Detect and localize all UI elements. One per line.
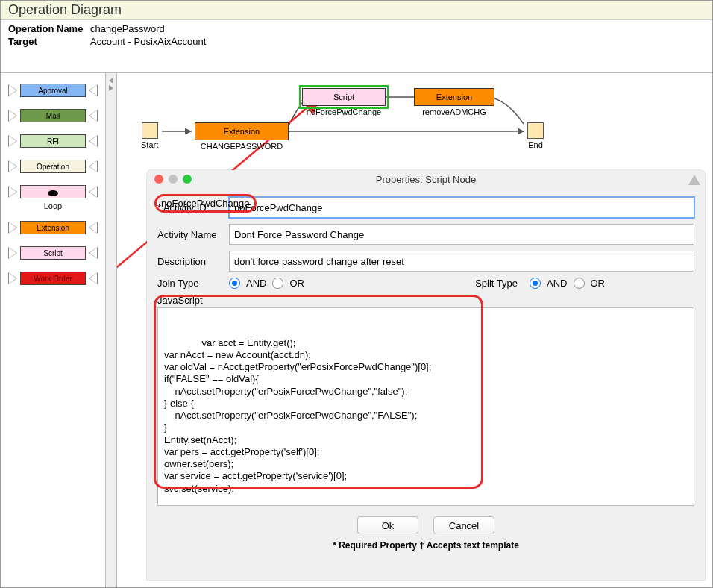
- split-or-radio[interactable]: [574, 278, 585, 289]
- arrow-right-icon: [89, 222, 98, 234]
- dialog-title: Properties: Script Node: [147, 174, 705, 185]
- split-and-radio[interactable]: [530, 278, 541, 289]
- palette-item-script[interactable]: Script: [8, 245, 98, 261]
- start-node[interactable]: Start: [141, 122, 158, 149]
- activity-name-label: Activity Name: [157, 229, 229, 240]
- arrow-right-icon: [89, 84, 98, 96]
- join-and-label: AND: [246, 278, 266, 289]
- palette-item-approval[interactable]: Approval: [8, 82, 98, 98]
- palette-item-mail[interactable]: Mail: [8, 107, 98, 124]
- close-icon[interactable]: [154, 175, 163, 184]
- palette-chip: Extension: [20, 221, 86, 234]
- palette-chip: RFI: [20, 134, 86, 148]
- collapse-right-icon: [109, 85, 113, 91]
- operation-meta: Operation Name changePassword Target Acc…: [1, 20, 712, 56]
- javascript-label: JavaScript: [157, 295, 694, 306]
- palette-item-rfi[interactable]: RFI: [8, 133, 98, 149]
- description-input[interactable]: [229, 251, 694, 272]
- collapse-left-icon: [109, 78, 113, 84]
- arrow-right-icon: [89, 160, 98, 172]
- op-name-value: changePassword: [90, 23, 165, 34]
- activity-id-label: * Activity ID: [157, 202, 229, 213]
- palette-item-operation[interactable]: Operation: [8, 158, 98, 175]
- split-or-label: OR: [591, 278, 606, 289]
- script-node-noforcepwdchange[interactable]: Script noForcePwdChange: [302, 88, 386, 116]
- loop-dot-icon: [48, 190, 58, 196]
- target-value: Account - PosixAixAccount: [90, 36, 206, 47]
- arrow-right-icon: [89, 272, 98, 284]
- arrow-right-icon: [89, 110, 98, 122]
- arrow-right-icon: [89, 135, 98, 147]
- arrow-left-icon: [8, 84, 17, 96]
- script-properties-dialog: Properties: Script Node * Activity ID no…: [147, 170, 705, 580]
- splitter[interactable]: [106, 73, 117, 587]
- javascript-textarea[interactable]: var acct = Entity.get(); var nAcct = new…: [157, 307, 694, 506]
- cancel-button[interactable]: Cancel: [433, 516, 494, 534]
- target-label: Target: [8, 36, 90, 47]
- palette-chip: Operation: [20, 160, 86, 173]
- arrow-left-icon: [8, 160, 17, 172]
- extension-node-removeadmchg[interactable]: Extension removeADMCHG: [414, 88, 494, 116]
- end-node[interactable]: End: [527, 122, 544, 149]
- dialog-footnote: * Required Property † Accepts text templ…: [157, 540, 694, 551]
- split-and-label: AND: [547, 278, 567, 289]
- arrow-left-icon: [8, 222, 17, 234]
- join-or-label: OR: [289, 278, 304, 289]
- ok-button[interactable]: Ok: [357, 516, 418, 534]
- palette-chip: Approval: [20, 84, 86, 97]
- arrow-left-icon: [8, 135, 17, 147]
- arrow-left-icon: [8, 247, 17, 259]
- description-label: Description: [157, 256, 229, 267]
- javascript-code: var acct = Entity.get(); var nAcct = new…: [164, 337, 431, 494]
- palette-item-loop[interactable]: [8, 184, 98, 200]
- palette-chip: Work Order: [20, 272, 86, 285]
- arrow-left-icon: [8, 272, 17, 284]
- dialog-titlebar[interactable]: Properties: Script Node: [147, 170, 705, 188]
- arrow-right-icon: [89, 186, 98, 198]
- palette-item-work-order[interactable]: Work Order: [8, 270, 98, 287]
- join-and-radio[interactable]: [229, 278, 240, 289]
- zoom-icon[interactable]: [183, 175, 192, 184]
- page-title: Operation Diagram: [8, 2, 705, 18]
- arrow-right-icon: [89, 247, 98, 259]
- palette-sublabel: Loop: [44, 201, 62, 210]
- activity-id-input[interactable]: [229, 197, 694, 218]
- join-or-radio[interactable]: [272, 278, 283, 289]
- palette-chip: Mail: [20, 109, 86, 122]
- op-name-label: Operation Name: [8, 23, 90, 34]
- arrow-left-icon: [8, 110, 17, 122]
- palette-item-extension[interactable]: Extension: [8, 219, 98, 236]
- palette-chip: [20, 185, 86, 198]
- minimize-icon[interactable]: [169, 175, 178, 184]
- page-header: Operation Diagram: [1, 1, 712, 20]
- extension-node-changepassword[interactable]: Extension CHANGEPASSWORD: [195, 122, 289, 151]
- node-palette: ApprovalMailRFIOperationLoopExtensionScr…: [1, 73, 106, 587]
- diagram-canvas[interactable]: Start Extension CHANGEPASSWORD Script no…: [117, 73, 712, 587]
- palette-chip: Script: [20, 246, 86, 260]
- join-type-label: Join Type: [157, 278, 229, 289]
- activity-name-input[interactable]: [229, 224, 694, 245]
- split-type-label: Split Type: [475, 278, 518, 289]
- arrow-left-icon: [8, 186, 17, 198]
